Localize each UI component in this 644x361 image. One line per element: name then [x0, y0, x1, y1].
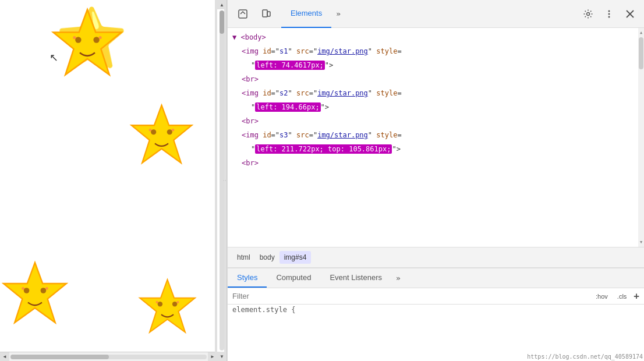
h-scroll-track [10, 355, 207, 359]
close-devtools-button[interactable] [621, 5, 639, 23]
svg-point-25 [608, 13, 610, 15]
svg-point-23 [587, 12, 590, 15]
svg-point-24 [608, 10, 610, 12]
scroll-up-btn[interactable]: ▲ [638, 28, 644, 37]
svg-marker-0 [54, 10, 122, 75]
highlight-s3: left: 211.722px; top: 105.861px; [255, 144, 392, 154]
tab-event-listeners[interactable]: Event Listeners [320, 268, 391, 288]
devtools-toolbar: Elements » [228, 0, 644, 28]
svg-point-17 [172, 302, 177, 306]
h-scroll-thumb [10, 355, 109, 359]
properties-tabs: Styles Computed Event Listeners » [228, 268, 644, 288]
svg-marker-10 [3, 263, 66, 323]
filter-bar: :hov .cls + [228, 288, 644, 305]
webpage-preview: ↖ ⭐ ▲ [0, 0, 227, 361]
breadcrumb-bar: html body img#s4 [228, 247, 644, 268]
scroll-down-btn[interactable]: ▼ [638, 238, 644, 247]
h-scrollbar[interactable]: ◄ ► [0, 352, 217, 361]
scroll-thumb [639, 37, 643, 69]
svg-point-8 [149, 129, 152, 132]
dom-line-img-s3-style[interactable]: "left: 211.722px; top: 105.861px;"> [228, 142, 644, 156]
svg-point-9 [172, 129, 175, 132]
star-graphic-1 [49, 6, 125, 82]
svg-point-3 [73, 36, 76, 39]
filter-input[interactable] [232, 292, 589, 300]
svg-point-4 [99, 36, 102, 39]
svg-rect-21 [263, 10, 267, 17]
more-options-button[interactable] [600, 5, 618, 23]
devtools-actions [579, 5, 639, 23]
devtools-tabs: Elements » [281, 0, 576, 28]
dom-line-img-s1-style[interactable]: "left: 74.4617px;"> [228, 58, 644, 72]
star-graphic-4 [137, 277, 198, 338]
dom-line-img-s1[interactable]: <img id="s1" src="img/star.png" style= [228, 44, 644, 58]
cursor-icon: ↖ [49, 51, 58, 64]
svg-point-11 [24, 288, 30, 293]
scroll-thumb [220, 10, 224, 34]
properties-tab-more[interactable]: » [391, 269, 405, 287]
dom-panel-wrapper: ▲ ▼ ▼ <body> <img id="s1" src="img/star.… [228, 28, 644, 247]
svg-point-6 [151, 129, 156, 135]
svg-marker-5 [132, 105, 192, 163]
svg-point-19 [176, 301, 179, 303]
devtools-left-border [215, 0, 217, 361]
svg-point-14 [45, 287, 48, 290]
cursor-tool-button[interactable] [232, 3, 253, 24]
svg-point-13 [22, 287, 24, 290]
devtools-panel: Elements » [227, 0, 644, 361]
breadcrumb-html[interactable]: html [232, 251, 255, 264]
tab-elements[interactable]: Elements [281, 0, 331, 28]
svg-point-12 [41, 288, 47, 293]
svg-point-18 [156, 301, 158, 303]
tab-computed[interactable]: Computed [267, 268, 320, 288]
highlight-s2: left: 194.66px; [255, 102, 320, 112]
star-graphic-3 [0, 259, 70, 329]
dom-line-img-s2[interactable]: <img id="s2" src="img/star.png" style= [228, 86, 644, 100]
scroll-left-arrow[interactable]: ◄ [0, 352, 9, 362]
hov-button[interactable]: :hov [593, 292, 610, 301]
svg-point-1 [75, 37, 81, 43]
filter-actions: :hov .cls + [593, 291, 639, 302]
dom-line-body[interactable]: ▼ <body> [228, 30, 644, 44]
dom-line-img-s3[interactable]: <img id="s3" src="img/star.png" style= [228, 128, 644, 142]
cls-button[interactable]: .cls [615, 292, 629, 301]
tab-more[interactable]: » [331, 5, 345, 23]
dom-line-img-s2-style[interactable]: "left: 194.66px;"> [228, 100, 644, 114]
tab-styles[interactable]: Styles [228, 268, 267, 288]
element-style-line: element.style { [228, 305, 644, 315]
dom-line-br1[interactable]: <br> [228, 72, 644, 86]
svg-point-16 [158, 302, 162, 306]
svg-point-2 [93, 37, 99, 43]
devtools-resize-handle[interactable]: ⋮ [224, 0, 227, 361]
dom-panel[interactable]: ▲ ▼ ▼ <body> <img id="s1" src="img/star.… [228, 28, 644, 247]
properties-panel: Styles Computed Event Listeners » :hov .… [228, 268, 644, 361]
dom-line-br3[interactable]: <br> [228, 156, 644, 170]
breadcrumb-img-s4[interactable]: img#s4 [279, 251, 312, 264]
svg-point-26 [608, 16, 610, 17]
dom-line-br2[interactable]: <br> [228, 114, 644, 128]
svg-marker-15 [140, 279, 195, 332]
device-mode-button[interactable] [256, 3, 277, 24]
svg-point-7 [167, 129, 172, 135]
dom-scrollbar[interactable]: ▲ ▼ [638, 28, 644, 247]
star-graphic-2 [128, 102, 195, 169]
watermark: https://blog.csdn.net/qq_40589174 [527, 353, 643, 360]
dom-body-tag: ▼ <body> [232, 33, 266, 41]
highlight-s1: left: 74.4617px; [255, 61, 325, 70]
settings-button[interactable] [579, 5, 597, 23]
add-rule-button[interactable]: + [634, 291, 639, 302]
breadcrumb-body[interactable]: body [255, 251, 279, 264]
svg-rect-22 [267, 12, 270, 16]
